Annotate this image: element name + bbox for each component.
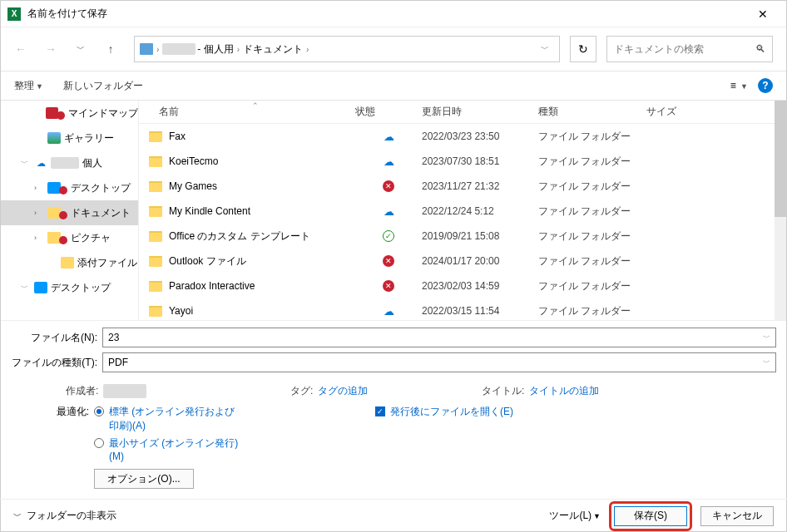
col-name[interactable]: 名前: [139, 105, 355, 119]
title-add-link[interactable]: タイトルの追加: [529, 384, 599, 398]
sort-indicator-icon: ⌃: [252, 101, 259, 110]
back-button[interactable]: ←: [7, 36, 34, 62]
row-date: 2023/07/30 18:51: [422, 155, 538, 167]
folder-tree[interactable]: マインドマップギャラリー﹀☁xxx個人›デスクトップ›ドキュメント›ピクチャ添付…: [1, 101, 139, 320]
row-date: 2019/09/21 15:08: [422, 230, 538, 242]
chevron-right-icon: ›: [237, 45, 240, 54]
error-icon: ✕: [383, 255, 394, 267]
open-after-checkbox[interactable]: ✓ 発行後にファイルを開く(E): [375, 405, 513, 419]
chevron-down-icon[interactable]: ﹀: [763, 332, 770, 343]
breadcrumb-dropdown[interactable]: ﹀: [536, 43, 554, 55]
error-badge-icon: [59, 186, 67, 195]
folder-icon: [149, 156, 162, 167]
filename-input[interactable]: 23﹀: [102, 328, 776, 347]
tree-item[interactable]: ギャラリー: [1, 126, 138, 150]
row-name: My Games: [169, 180, 217, 192]
breadcrumb[interactable]: › xxxx - 個人用 › ドキュメント › ﹀: [134, 36, 560, 62]
search-icon: 🔍︎: [755, 43, 765, 55]
forward-button[interactable]: →: [37, 36, 64, 62]
column-headers[interactable]: 名前 状態 更新日時 種類 サイズ: [139, 101, 786, 124]
table-row[interactable]: My Kindle Content☁2022/12/24 5:12ファイル フォ…: [139, 199, 786, 224]
row-name: Fax: [169, 131, 186, 142]
search-input[interactable]: ドキュメントの検索 🔍︎: [606, 36, 773, 62]
table-row[interactable]: Office のカスタム テンプレート✓2019/09/21 15:08ファイル…: [139, 224, 786, 249]
table-row[interactable]: My Games✕2023/11/27 21:32ファイル フォルダー: [139, 174, 786, 199]
save-button[interactable]: 保存(S): [614, 506, 687, 526]
optimize-standard-radio[interactable]: 標準 (オンライン発行および印刷)(A): [94, 405, 242, 433]
row-date: 2023/11/27 21:32: [422, 180, 538, 192]
tag-add-link[interactable]: タグの追加: [318, 384, 368, 398]
tree-item[interactable]: ﹀☁xxx個人: [1, 150, 138, 175]
tree-item[interactable]: 添付ファイル: [1, 250, 138, 275]
help-icon[interactable]: ?: [758, 78, 773, 93]
col-date[interactable]: 更新日時: [422, 105, 538, 119]
tree-item[interactable]: ›ピクチャ: [1, 225, 138, 250]
save-highlight: 保存(S): [609, 501, 692, 531]
table-row[interactable]: KoeiTecmo☁2023/07/30 18:51ファイル フォルダー: [139, 149, 786, 174]
refresh-button[interactable]: ↻: [570, 36, 596, 62]
row-type: ファイル フォルダー: [538, 229, 646, 244]
row-date: 2022/03/23 23:50: [422, 131, 538, 142]
recent-button[interactable]: ﹀: [67, 36, 94, 62]
error-badge-icon: [59, 236, 67, 244]
nav-row: ← → ﹀ ↑ › xxxx - 個人用 › ドキュメント › ﹀ ↻ ドキュメ…: [1, 27, 786, 71]
tree-item-label: ピクチャ: [71, 231, 111, 245]
row-type: ファイル フォルダー: [538, 204, 646, 219]
tools-menu[interactable]: ツール(L)▼: [549, 509, 601, 523]
tree-item[interactable]: ›デスクトップ: [1, 175, 138, 200]
check-icon: ✓: [383, 230, 394, 242]
toolbar: 整理▼ 新しいフォルダー ≡ ▼ ?: [1, 71, 786, 101]
folder-icon: [149, 256, 162, 267]
title-label: タイトル:: [482, 384, 524, 398]
filetype-select[interactable]: PDF﹀: [102, 352, 776, 372]
row-type: ファイル フォルダー: [538, 130, 646, 144]
tree-item-label: 添付ファイル: [77, 256, 137, 270]
cloud-icon: ☁: [384, 305, 394, 318]
up-button[interactable]: ↑: [97, 36, 124, 62]
col-type[interactable]: 種類: [538, 105, 646, 119]
hide-folders-link[interactable]: フォルダーの非表示: [27, 509, 116, 523]
chevron-right-icon: ›: [306, 45, 309, 54]
chevron-down-icon: ﹀: [21, 158, 31, 169]
row-date: 2022/03/15 11:54: [422, 305, 538, 317]
folder-icon: [149, 206, 162, 217]
folder-icon: [149, 306, 162, 317]
organize-menu[interactable]: 整理▼: [14, 79, 43, 93]
gallery-icon: [47, 132, 61, 144]
optimize-minsize-radio[interactable]: 最小サイズ (オンライン発行)(M): [94, 436, 242, 462]
row-state: ☁: [355, 205, 422, 218]
tree-item[interactable]: ﹀デスクトップ: [1, 275, 138, 300]
scroll-thumb[interactable]: [775, 101, 786, 217]
table-row[interactable]: Paradox Interactive✕2023/02/03 14:59ファイル…: [139, 273, 786, 298]
chevron-down-icon[interactable]: ﹀: [763, 357, 770, 368]
tree-item[interactable]: マインドマップ: [1, 101, 138, 126]
optimize-label: 最適化:: [54, 405, 89, 489]
redacted-label: xxx: [51, 157, 79, 169]
bottom-panel: ファイル名(N): 23﹀ ファイルの種類(T): PDF﹀ 作成者: xxxx…: [1, 320, 786, 495]
view-menu[interactable]: ≡ ▼: [730, 80, 748, 91]
options-button[interactable]: オプション(O)...: [94, 469, 194, 489]
tree-item[interactable]: ›ドキュメント: [1, 200, 138, 225]
table-row[interactable]: Yayoi☁2022/03/15 11:54ファイル フォルダー: [139, 298, 786, 318]
row-name: Office のカスタム テンプレート: [169, 229, 310, 244]
filename-label: ファイル名(N):: [11, 331, 102, 345]
table-row[interactable]: Fax☁2022/03/23 23:50ファイル フォルダー: [139, 124, 786, 149]
breadcrumb-current[interactable]: ドキュメント: [243, 42, 303, 57]
folder-icon: [149, 181, 162, 192]
row-name: My Kindle Content: [169, 205, 250, 217]
row-type: ファイル フォルダー: [538, 180, 646, 194]
cancel-button[interactable]: キャンセル: [700, 506, 774, 526]
close-button[interactable]: ✕: [746, 7, 780, 21]
main-area: マインドマップギャラリー﹀☁xxx個人›デスクトップ›ドキュメント›ピクチャ添付…: [1, 101, 786, 320]
checkbox-icon: ✓: [375, 406, 385, 416]
table-row[interactable]: Outlook ファイル✕2024/01/17 20:00ファイル フォルダー: [139, 249, 786, 273]
scrollbar[interactable]: [775, 101, 786, 320]
error-badge-icon: [59, 211, 67, 219]
new-folder-button[interactable]: 新しいフォルダー: [63, 79, 143, 93]
filetype-label: ファイルの種類(T):: [11, 356, 102, 370]
col-state[interactable]: 状態: [355, 105, 422, 119]
row-name: Yayoi: [169, 305, 193, 317]
row-name: Outlook ファイル: [169, 254, 246, 268]
breadcrumb-root[interactable]: - 個人用: [197, 42, 233, 57]
col-size[interactable]: サイズ: [646, 105, 786, 119]
